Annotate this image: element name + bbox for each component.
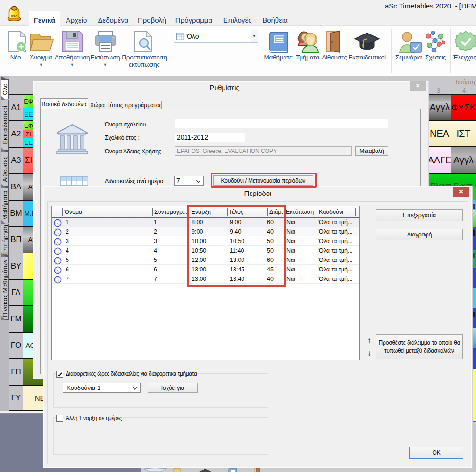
svg-text:asc: asc [11,14,17,18]
